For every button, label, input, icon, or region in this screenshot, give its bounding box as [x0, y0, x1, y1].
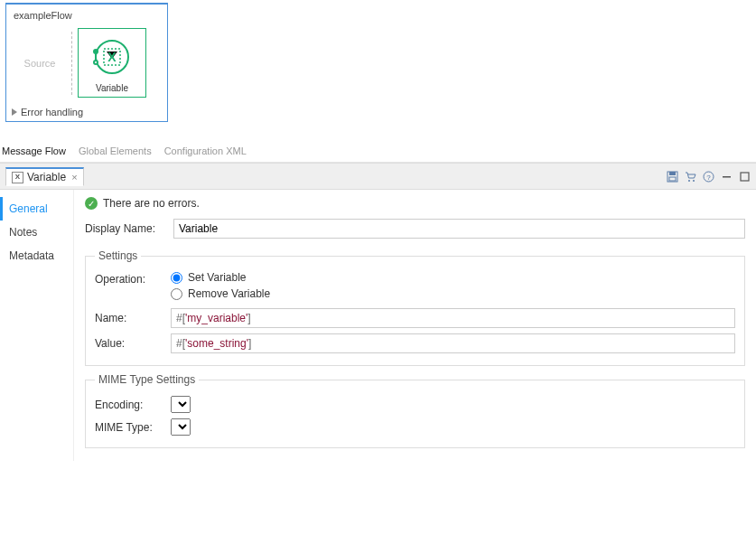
- properties-tab[interactable]: X Variable ×: [5, 167, 84, 186]
- radio-set-variable[interactable]: [171, 272, 182, 284]
- close-icon[interactable]: ×: [71, 172, 77, 183]
- mime-settings-group: MIME Type Settings Encoding: MIME Type:: [85, 373, 745, 448]
- properties-form: ✓ There are no errors. Display Name: Set…: [74, 190, 756, 461]
- flow-container[interactable]: exampleFlow Source X Variable: [5, 4, 168, 122]
- status-text: There are no errors.: [103, 197, 200, 210]
- divider: [71, 32, 72, 95]
- svg-rect-8: [669, 177, 676, 181]
- properties-titlebar: X Variable × ?: [0, 163, 756, 190]
- variable-node-label: Variable: [79, 81, 145, 93]
- variable-icon: X: [12, 172, 23, 183]
- settings-legend: Settings: [95, 249, 141, 262]
- error-handling-label: Error handling: [21, 107, 83, 117]
- side-tab-metadata[interactable]: Metadata: [0, 244, 73, 268]
- operation-label: Operation:: [95, 271, 163, 300]
- encoding-select[interactable]: [171, 396, 191, 413]
- cart-icon[interactable]: [684, 170, 696, 183]
- tab-configuration-xml[interactable]: Configuration XML: [164, 145, 247, 156]
- tab-message-flow[interactable]: Message Flow: [2, 145, 66, 156]
- operation-remove-variable[interactable]: Remove Variable: [171, 287, 270, 300]
- side-tab-notes[interactable]: Notes: [0, 221, 73, 244]
- variable-node[interactable]: X Variable: [78, 28, 146, 98]
- mime-type-select[interactable]: [171, 418, 191, 436]
- mime-type-label: MIME Type:: [95, 421, 163, 434]
- value-input[interactable]: #['some_string']: [171, 333, 735, 353]
- error-handling-toggle[interactable]: Error handling: [6, 103, 167, 121]
- encoding-label: Encoding:: [95, 399, 163, 411]
- properties-side-tabs: General Notes Metadata: [0, 190, 74, 461]
- expand-icon: [12, 108, 17, 116]
- side-tab-general[interactable]: General: [0, 197, 73, 221]
- settings-group: Settings Operation: Set Variable Remove …: [85, 249, 745, 366]
- svg-rect-7: [669, 172, 676, 175]
- properties-title: Variable: [27, 171, 66, 183]
- editor-tabs: Message Flow Global Elements Configurati…: [0, 138, 756, 163]
- mime-settings-legend: MIME Type Settings: [95, 373, 199, 386]
- display-name-label: Display Name:: [85, 222, 166, 235]
- help-icon[interactable]: ?: [702, 170, 714, 183]
- status-row: ✓ There are no errors.: [85, 197, 745, 215]
- name-label: Name:: [95, 312, 163, 324]
- variable-node-icon: X: [79, 33, 145, 81]
- display-name-input[interactable]: [173, 219, 745, 239]
- minimize-icon[interactable]: [720, 170, 733, 183]
- value-label: Value:: [95, 337, 163, 350]
- save-icon[interactable]: [666, 170, 678, 183]
- source-placeholder[interactable]: Source: [14, 58, 66, 69]
- maximize-icon[interactable]: [738, 170, 751, 183]
- name-input[interactable]: #['my_variable']: [171, 308, 735, 328]
- svg-point-3: [94, 61, 98, 64]
- svg-rect-14: [741, 173, 749, 181]
- flow-title: exampleFlow: [6, 5, 167, 23]
- svg-point-10: [693, 180, 695, 182]
- tab-global-elements[interactable]: Global Elements: [79, 145, 152, 156]
- svg-rect-13: [723, 176, 731, 178]
- svg-text:?: ?: [706, 173, 711, 181]
- svg-text:X: X: [107, 50, 117, 64]
- svg-point-9: [688, 180, 690, 182]
- operation-set-variable[interactable]: Set Variable: [171, 271, 270, 284]
- flow-canvas: exampleFlow Source X Variable: [0, 0, 756, 138]
- check-icon: ✓: [85, 197, 98, 210]
- radio-remove-variable[interactable]: [171, 288, 182, 300]
